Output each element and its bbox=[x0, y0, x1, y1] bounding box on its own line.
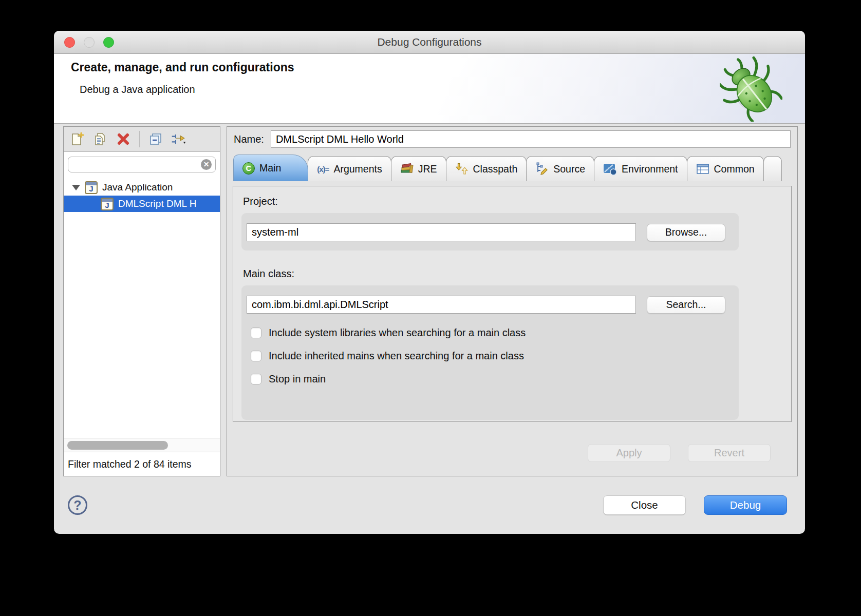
traffic-lights bbox=[64, 37, 114, 48]
name-row: Name: bbox=[234, 130, 791, 148]
search-button[interactable]: Search... bbox=[647, 296, 725, 314]
source-tab-icon bbox=[535, 162, 549, 176]
filter-menu-button[interactable] bbox=[171, 131, 187, 147]
title-bar: Debug Configurations bbox=[54, 31, 805, 54]
scrollbar-thumb[interactable] bbox=[67, 441, 168, 450]
name-label: Name: bbox=[234, 133, 264, 145]
tree-horizontal-scrollbar[interactable] bbox=[64, 438, 220, 452]
arguments-tab-icon: (x)= bbox=[317, 165, 329, 174]
common-tab-icon bbox=[696, 163, 709, 175]
main-tab-icon: C bbox=[242, 162, 255, 175]
tree-item-java-application[interactable]: J Java Application bbox=[64, 179, 220, 196]
dialog-header: Create, manage, and run configurations D… bbox=[54, 54, 805, 124]
tab-jre[interactable]: JRE bbox=[391, 156, 446, 181]
tree-item-label: Java Application bbox=[102, 182, 173, 193]
tree-expander-icon[interactable] bbox=[72, 185, 80, 190]
tab-environment[interactable]: Environment bbox=[594, 156, 687, 181]
project-group: Browse... bbox=[241, 213, 739, 251]
filter-search-input[interactable] bbox=[68, 157, 216, 172]
tree-item-dmlscript[interactable]: J DMLScript DML H bbox=[64, 196, 220, 212]
configurations-tree: J Java Application J DMLScript DML H bbox=[64, 175, 220, 438]
close-button[interactable]: Close bbox=[603, 495, 686, 515]
main-class-options: Include system libraries when searching … bbox=[251, 327, 725, 411]
tab-overflow-stub bbox=[763, 156, 782, 181]
stop-in-main-checkbox[interactable]: Stop in main bbox=[251, 373, 725, 385]
environment-tab-icon bbox=[603, 163, 617, 176]
configuration-name-input[interactable] bbox=[271, 130, 791, 148]
classpath-tab-icon bbox=[455, 162, 469, 176]
sidebar-toolbar bbox=[64, 127, 220, 152]
tab-classpath[interactable]: Classpath bbox=[446, 156, 527, 181]
sidebar-search: ✕ bbox=[64, 152, 220, 175]
zoom-window-button[interactable] bbox=[103, 37, 114, 48]
tree-item-label: DMLScript DML H bbox=[118, 198, 196, 209]
configuration-tabs: C Main (x)= Arguments JRE bbox=[233, 153, 797, 181]
jre-tab-icon bbox=[400, 163, 414, 175]
debug-bug-icon bbox=[720, 56, 782, 122]
browse-button[interactable]: Browse... bbox=[647, 224, 725, 241]
duplicate-configuration-button[interactable] bbox=[92, 131, 108, 147]
filter-status: Filter matched 2 of 84 items bbox=[64, 452, 220, 476]
main-tab-content: Project: Browse... Main class: Search...… bbox=[233, 186, 792, 422]
main-class-input[interactable] bbox=[247, 296, 636, 314]
checkbox-box[interactable] bbox=[251, 374, 261, 384]
clear-search-icon[interactable]: ✕ bbox=[201, 159, 212, 170]
revert-button[interactable]: Revert bbox=[688, 444, 771, 462]
debug-button[interactable]: Debug bbox=[704, 495, 787, 515]
dialog-footer: ? Close Debug bbox=[54, 476, 805, 534]
include-inherited-mains-checkbox[interactable]: Include inherited mains when searching f… bbox=[251, 350, 725, 362]
delete-configuration-button[interactable] bbox=[115, 131, 132, 147]
toolbar-separator bbox=[139, 131, 140, 147]
collapse-all-button[interactable] bbox=[147, 131, 164, 147]
main-class-label: Main class: bbox=[243, 268, 791, 280]
include-system-libraries-checkbox[interactable]: Include system libraries when searching … bbox=[251, 327, 725, 339]
checkbox-box[interactable] bbox=[251, 351, 261, 361]
java-application-icon: J bbox=[85, 181, 98, 194]
debug-configurations-window: Debug Configurations Create, manage, and… bbox=[54, 31, 805, 534]
new-configuration-button[interactable] bbox=[69, 131, 85, 147]
configurations-sidebar: ✕ J Java Application J DMLScript DML H F… bbox=[63, 126, 220, 476]
project-label: Project: bbox=[243, 196, 791, 207]
help-icon[interactable]: ? bbox=[68, 495, 87, 515]
java-application-icon: J bbox=[101, 198, 114, 210]
header-subtitle: Debug a Java application bbox=[80, 84, 195, 95]
tab-arguments[interactable]: (x)= Arguments bbox=[308, 156, 391, 181]
apply-revert-row: Apply Revert bbox=[588, 444, 771, 462]
tab-source[interactable]: Source bbox=[526, 156, 594, 181]
minimize-window-button[interactable] bbox=[84, 37, 95, 48]
close-window-button[interactable] bbox=[64, 37, 75, 48]
main-class-group: Search... Include system libraries when … bbox=[241, 285, 739, 420]
tab-common[interactable]: Common bbox=[687, 156, 764, 181]
configuration-detail-panel: Name: C Main (x)= Arguments bbox=[227, 126, 798, 476]
tab-main[interactable]: C Main bbox=[233, 155, 308, 181]
header-title: Create, manage, and run configurations bbox=[71, 61, 294, 74]
window-title: Debug Configurations bbox=[377, 36, 481, 48]
checkbox-box[interactable] bbox=[251, 328, 261, 338]
apply-button[interactable]: Apply bbox=[588, 444, 670, 462]
project-input[interactable] bbox=[247, 223, 636, 241]
